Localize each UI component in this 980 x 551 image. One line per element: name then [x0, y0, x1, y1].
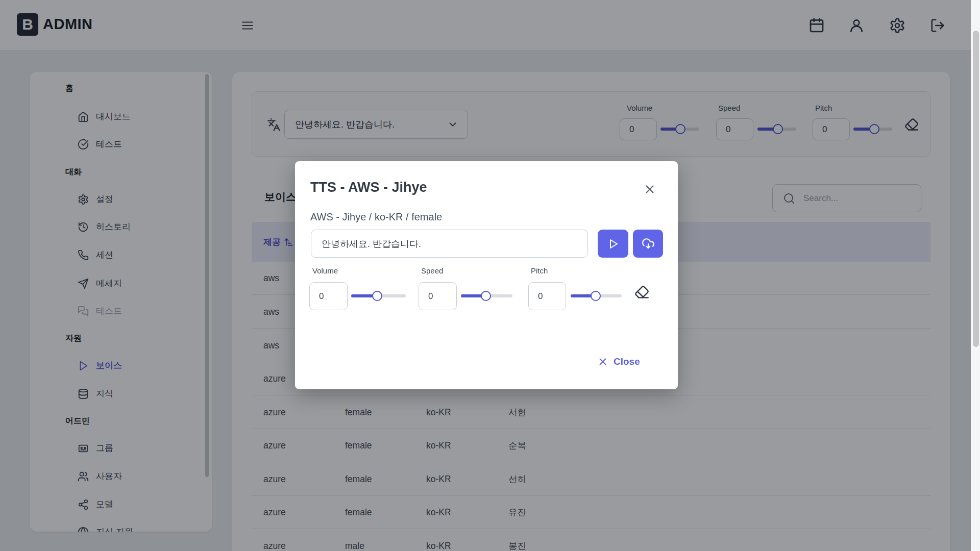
modal-speed-input[interactable]: [419, 282, 457, 310]
close-x-icon: [597, 356, 608, 367]
play-button[interactable]: [598, 230, 628, 258]
modal-pitch-label: Pitch: [531, 266, 548, 275]
modal-subtitle: AWS - Jihye / ko-KR / female: [310, 211, 442, 223]
tts-modal: TTS - AWS - Jihye AWS - Jihye / ko-KR / …: [295, 161, 678, 389]
modal-eraser-icon[interactable]: [634, 285, 649, 299]
page-scrollbar-thumb[interactable]: [973, 31, 979, 347]
modal-pitch-input[interactable]: [528, 282, 566, 310]
cloud-download-icon: [642, 237, 655, 251]
modal-close-button[interactable]: Close: [597, 356, 640, 367]
modal-speed-slider[interactable]: [461, 291, 512, 301]
modal-tts-text-input[interactable]: [311, 230, 588, 258]
modal-close-x-icon[interactable]: [643, 183, 656, 196]
modal-volume-label: Volume: [312, 266, 338, 275]
modal-pitch-slider[interactable]: [571, 291, 622, 301]
modal-speed-label: Speed: [421, 266, 443, 275]
modal-volume-slider[interactable]: [351, 291, 406, 301]
play-outline-icon: [607, 238, 619, 250]
modal-close-label: Close: [614, 356, 640, 367]
page-scrollbar[interactable]: [971, 0, 980, 551]
download-button[interactable]: [633, 230, 663, 258]
modal-volume-input[interactable]: [309, 282, 348, 310]
modal-title: TTS - AWS - Jihye: [310, 180, 427, 195]
